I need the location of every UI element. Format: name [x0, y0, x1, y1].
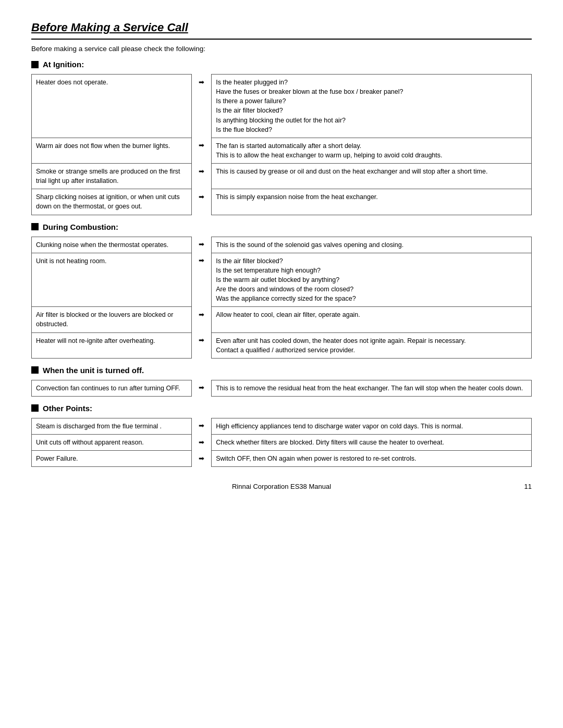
problem-cell: Air filter is blocked or the louvers are… [32, 307, 192, 332]
arrow-icon: ➡ [191, 307, 211, 332]
section-heading-other: Other Points: [31, 404, 532, 413]
arrow-icon: ➡ [191, 451, 211, 467]
trouble-table-other: Steam is discharged from the flue termin… [31, 418, 532, 467]
section-heading-combustion: During Combustion: [31, 223, 532, 231]
intro-text: Before making a service call please chec… [31, 45, 532, 53]
arrow-icon: ➡ [191, 164, 211, 189]
section-label: Other Points: [43, 404, 92, 413]
section-heading-ignition: At Ignition: [31, 60, 532, 69]
table-row: Heater does not operate.➡Is the heater p… [32, 75, 532, 138]
arrow-icon: ➡ [191, 435, 211, 451]
table-row: Steam is discharged from the flue termin… [32, 418, 532, 434]
black-square-icon [31, 366, 39, 374]
table-row: Heater will not re-ignite after overheat… [32, 332, 532, 358]
solution-cell: Even after unit has cooled down, the hea… [212, 332, 532, 358]
black-square-icon [31, 61, 39, 68]
section-label: During Combustion: [43, 223, 118, 231]
arrow-icon: ➡ [191, 189, 211, 215]
footer-page: 11 [524, 483, 532, 490]
table-row: Air filter is blocked or the louvers are… [32, 307, 532, 332]
problem-cell: Heater will not re-ignite after overheat… [32, 332, 192, 358]
solution-cell: Check whether filters are blocked. Dirty… [212, 435, 532, 451]
table-row: Sharp clicking noises at ignition, or wh… [32, 189, 532, 215]
problem-cell: Convection fan continues to run after tu… [32, 380, 192, 396]
section-label: When the unit is turned off. [43, 366, 144, 375]
problem-cell: Unit is not heating room. [32, 253, 192, 307]
solution-cell: This is caused by grease or oil and dust… [212, 164, 532, 189]
table-row: Unit cuts off without apparent reason.➡C… [32, 435, 532, 451]
footer: Rinnai Corporation ES38 Manual 11 [31, 483, 532, 490]
table-row: Convection fan continues to run after tu… [32, 380, 532, 396]
problem-cell: Warm air does not flow when the burner l… [32, 138, 192, 163]
arrow-icon: ➡ [191, 138, 211, 163]
arrow-icon: ➡ [191, 332, 211, 358]
problem-cell: Clunking noise when the thermostat opera… [32, 237, 192, 253]
solution-cell: Allow heater to cool, clean air filter, … [212, 307, 532, 332]
footer-center: Rinnai Corporation ES38 Manual [232, 483, 331, 490]
table-row: Unit is not heating room.➡Is the air fil… [32, 253, 532, 307]
arrow-icon: ➡ [191, 75, 211, 138]
problem-cell: Sharp clicking noises at ignition, or wh… [32, 189, 192, 215]
section-label: At Ignition: [43, 60, 84, 69]
solution-cell: Switch OFF, then ON again when power is … [212, 451, 532, 467]
black-square-icon [31, 404, 39, 412]
table-row: Warm air does not flow when the burner l… [32, 138, 532, 163]
trouble-table-combustion: Clunking noise when the thermostat opera… [31, 237, 532, 359]
solution-cell: This is to remove the residual heat from… [212, 380, 532, 396]
arrow-icon: ➡ [191, 237, 211, 253]
solution-cell: This is the sound of the solenoid gas va… [212, 237, 532, 253]
problem-cell: Heater does not operate. [32, 75, 192, 138]
table-row: Power Failure.➡Switch OFF, then ON again… [32, 451, 532, 467]
black-square-icon [31, 223, 39, 230]
table-row: Clunking noise when the thermostat opera… [32, 237, 532, 253]
arrow-icon: ➡ [191, 253, 211, 307]
solution-cell: The fan is started automatically after a… [212, 138, 532, 163]
page-title: Before Making a Service Call [31, 21, 532, 40]
trouble-table-turned-off: Convection fan continues to run after tu… [31, 380, 532, 397]
solution-cell: This is simply expansion noise from the … [212, 189, 532, 215]
solution-cell: Is the air filter blocked?Is the set tem… [212, 253, 532, 307]
problem-cell: Power Failure. [32, 451, 192, 467]
trouble-table-ignition: Heater does not operate.➡Is the heater p… [31, 74, 532, 215]
table-row: Smoke or strange smells are produced on … [32, 164, 532, 189]
section-heading-turned-off: When the unit is turned off. [31, 366, 532, 375]
solution-cell: High efficiency appliances tend to disch… [212, 418, 532, 434]
problem-cell: Unit cuts off without apparent reason. [32, 435, 192, 451]
arrow-icon: ➡ [191, 418, 211, 434]
problem-cell: Steam is discharged from the flue termin… [32, 418, 192, 434]
problem-cell: Smoke or strange smells are produced on … [32, 164, 192, 189]
solution-cell: Is the heater plugged in?Have the fuses … [212, 75, 532, 138]
arrow-icon: ➡ [191, 380, 211, 396]
